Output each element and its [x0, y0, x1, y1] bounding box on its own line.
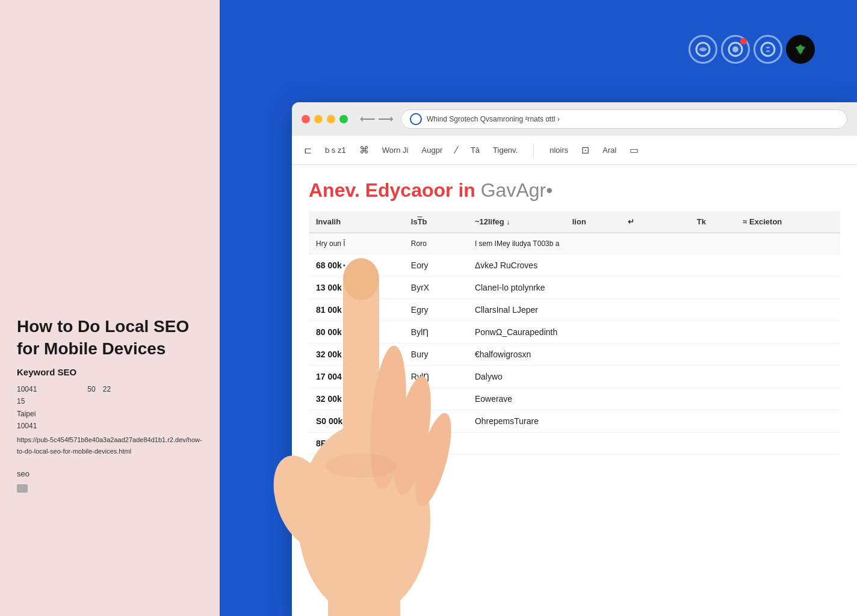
row-vol: 13 00k→ [309, 277, 404, 299]
table-header-row: Invalih lsTb ~12lifeg ↓ lion ↵ Тk ≈ Exci… [309, 211, 840, 233]
page-title-part3: GavAgr• [481, 179, 553, 201]
page-title: How to Do Local SEO for Mobile Devices [17, 316, 203, 360]
th-12lifeg: ~12lifeg ↓ [468, 211, 565, 233]
browser-toolbar: ⊏ b s z1 ⌘ Worn Ji Augpr ⁄ Tā Tigenv. nl… [292, 136, 857, 165]
meta-line3: Taipei [17, 408, 203, 420]
tag-icon [17, 484, 28, 493]
row-col2-3: ΔvkeJ RuCroves [468, 254, 840, 277]
meta-line1: 10041 50 22 [17, 383, 203, 395]
row-col2-3: OhrepemsTurare [468, 410, 840, 433]
browser-page-title: Anev. Edycaoor in GavAgr• [309, 179, 840, 202]
top-icon-4[interactable] [786, 35, 815, 64]
table-row: 81 00k• Egry CllarsInal LJeper [309, 299, 840, 321]
th-empty1 [661, 211, 690, 233]
row-col1: ByrX [404, 277, 468, 299]
address-text: Whind Sgrotech Qvsamroning ²rnats αttl › [427, 115, 838, 123]
row-col1: BylȠ [404, 321, 468, 343]
nav-arrows: ⟵ ⟶ [360, 112, 394, 126]
top-icon-1[interactable] [688, 35, 717, 64]
table-row: 68 00k• Eory ΔvkeJ RuCroves [309, 254, 840, 277]
subheader-2: Roro [404, 233, 468, 254]
row-vol: 17 004• [309, 366, 404, 388]
table-row: 17 004• RylȠ Dalywo [309, 366, 840, 388]
forward-icon[interactable]: ⟶ [378, 112, 394, 126]
th-lstb: lsTb [404, 211, 468, 233]
svg-point-3 [761, 43, 775, 56]
top-icon-2[interactable] [721, 35, 750, 64]
fullscreen-button[interactable] [339, 115, 348, 123]
row-col1: Bory [404, 388, 468, 410]
subheader-1: Hry oun Ī [309, 233, 404, 254]
th-tk: Тk [690, 211, 735, 233]
toolbar-share-icon[interactable]: ⌘ [359, 144, 369, 156]
toolbar-box-icon: ⊡ [581, 144, 589, 156]
table-row: S0 00k• Nillv OhrepemsTurare [309, 410, 840, 433]
page-url: https://pub-5c454f571b8e40a3a2aad27ade84… [17, 434, 203, 457]
th-lion: lion [565, 211, 620, 233]
row-col1 [404, 433, 468, 455]
table-row: 32 00k• Bory Eowerave [309, 388, 840, 410]
address-bar[interactable]: Whind Sgrotech Qvsamroning ²rnats αttl › [401, 109, 847, 129]
table-row: 80 00k• BylȠ PonwΩ_Caurapedinth [309, 321, 840, 343]
minimize-button[interactable] [314, 115, 323, 123]
toolbar-aral[interactable]: Aral [602, 146, 616, 155]
row-vol: S0 00k• [309, 410, 404, 433]
traffic-lights [302, 115, 348, 123]
row-col2-3: Dalywo [468, 366, 840, 388]
toolbar-more-icon[interactable]: ▭ [630, 144, 639, 156]
close-button[interactable] [302, 115, 310, 123]
table-subheader: Hry oun Ī Roro I sem IMey iludya T003b a [309, 233, 840, 254]
toolbar-tigenv[interactable]: Tigenv. [493, 146, 518, 155]
row-vol: 68 00k• [309, 254, 404, 277]
sidebar-tags: seo [17, 469, 203, 493]
row-vol: 81 00k• [309, 299, 404, 321]
th-excieton: ≈ Excieton [735, 211, 840, 233]
row-col2-3: PonwΩ_Caurapedinth [468, 321, 840, 343]
th-arrow: ↵ [620, 211, 661, 233]
maximize-button[interactable] [327, 115, 335, 123]
main-area: ⟵ ⟶ Whind Sgrotech Qvsamroning ²rnats αt… [220, 0, 857, 616]
row-col1: Eory [404, 254, 468, 277]
toolbar-ta[interactable]: Tā [471, 146, 480, 155]
toolbar-nloirs[interactable]: nloirs [549, 146, 568, 155]
row-col2-3: ClaneI-lo ptolynrke [468, 277, 840, 299]
sidebar-meta: 10041 50 22 15 Taipei 10041 https://pub-… [17, 383, 203, 457]
top-icon-3[interactable] [753, 35, 782, 64]
toolbar-augpr[interactable]: Augpr [422, 146, 443, 155]
row-vol: 32 00k• [309, 343, 404, 366]
browser-content: Anev. Edycaoor in GavAgr• Invalih lsTb ~… [292, 165, 857, 469]
svg-point-2 [732, 46, 738, 52]
toolbar-item-1[interactable]: b s z1 [325, 146, 346, 155]
browser-titlebar: ⟵ ⟶ Whind Sgrotech Qvsamroning ²rnats αt… [292, 102, 857, 136]
toolbar-pin-icon: ⁄ [456, 145, 457, 156]
red-badge [740, 38, 747, 45]
table-row: 8F 00k• [309, 433, 840, 455]
table-body: Hry oun Ī Roro I sem IMey iludya T003b a… [309, 233, 840, 455]
back-icon[interactable]: ⟵ [360, 112, 376, 126]
row-vol: 32 00k• [309, 388, 404, 410]
page-title-part1: Anev. Edycaoor [309, 179, 453, 201]
page-title-part2: in [458, 179, 480, 201]
row-col2-3: CllarsInal LJeper [468, 299, 840, 321]
table-row: 13 00k→ ByrX ClaneI-lo ptolynrke [309, 277, 840, 299]
left-sidebar: How to Do Local SEO for Mobile Devices K… [0, 0, 220, 616]
top-bar-icons [688, 35, 815, 64]
tag-seo: seo [17, 469, 203, 478]
browser-window: ⟵ ⟶ Whind Sgrotech Qvsamroning ²rnats αt… [292, 102, 857, 616]
row-col2-3 [468, 433, 840, 455]
row-vol: 8F 00k• [309, 433, 404, 455]
row-col1: RylȠ [404, 366, 468, 388]
toolbar-icon-1[interactable]: ⊏ [304, 144, 312, 156]
row-col2-3: Eowerave [468, 388, 840, 410]
th-invalih: Invalih [309, 211, 404, 233]
browser-icon [410, 113, 422, 125]
toolbar-divider [533, 143, 534, 158]
keyword-table: Invalih lsTb ~12lifeg ↓ lion ↵ Тk ≈ Exci… [309, 211, 840, 455]
toolbar-worn-ji[interactable]: Worn Ji [382, 146, 409, 155]
meta-line4: 10041 [17, 420, 203, 432]
row-vol: 80 00k• [309, 321, 404, 343]
row-col2-3: €halfowigrosxn [468, 343, 840, 366]
subheader-3: I sem IMey iludya T003b a [468, 233, 840, 254]
table-row: 32 00k• Bury €halfowigrosxn [309, 343, 840, 366]
keyword-label: Keyword SEO [17, 367, 203, 377]
